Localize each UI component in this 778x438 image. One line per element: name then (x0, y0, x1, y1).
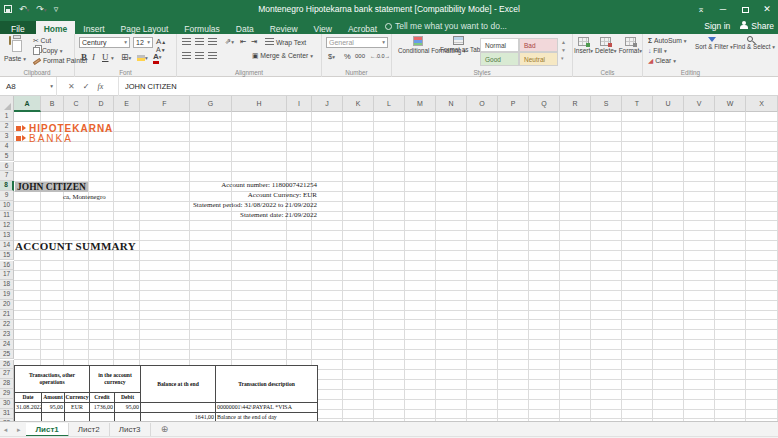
minimize-icon[interactable]: ─ (712, 0, 734, 18)
row-header-27[interactable]: 27 (0, 369, 14, 379)
ribbon-display-options-icon[interactable]: ⌅ (690, 0, 712, 18)
column-header-P[interactable]: P (498, 96, 529, 112)
sign-in-link[interactable]: Sign in (704, 21, 730, 31)
fill-color-button[interactable]: ▾ (137, 54, 148, 61)
row-header-3[interactable]: 3 (0, 132, 14, 142)
row-header-29[interactable]: 29 (0, 389, 14, 399)
style-good[interactable]: Good (480, 52, 519, 66)
borders-button[interactable]: ⊞▾ (121, 53, 131, 62)
column-header-J[interactable]: J (312, 96, 343, 112)
paste-label[interactable]: Paste ▾ (4, 55, 26, 62)
row-header-10[interactable]: 10 (0, 201, 14, 211)
align-middle-button[interactable] (195, 38, 204, 46)
find-select-button[interactable]: Find & Select ▾ (733, 36, 767, 51)
column-header-G[interactable]: G (190, 96, 232, 112)
column-header-W[interactable]: W (715, 96, 746, 112)
section-title[interactable]: ACCOUNT SUMMARY (15, 240, 136, 252)
restore-icon[interactable] (734, 0, 756, 18)
column-header-B[interactable]: B (41, 96, 64, 112)
style-neutral[interactable]: Neutral (519, 52, 558, 66)
column-header-U[interactable]: U (653, 96, 684, 112)
address-cell[interactable]: ca, Montenegro (63, 192, 106, 202)
format-as-table-button[interactable]: Format as Table ▾ (440, 36, 476, 54)
accounting-format-button[interactable]: $▾ (328, 52, 335, 61)
row-header-25[interactable]: 25 (0, 350, 14, 360)
conditional-formatting-button[interactable]: Conditional Formatting ▾ (398, 36, 438, 55)
column-header-F[interactable]: F (140, 96, 190, 112)
close-icon[interactable]: ✕ (756, 0, 778, 18)
next-sheet-icon[interactable]: ▸ (13, 423, 24, 437)
row-header-26[interactable]: 26 (0, 360, 14, 370)
row-header-2[interactable]: 2 (0, 122, 14, 132)
style-bad[interactable]: Bad (519, 38, 558, 52)
row-header-17[interactable]: 17 (0, 270, 14, 280)
column-header-L[interactable]: L (374, 96, 405, 112)
row-header-5[interactable]: 5 (0, 152, 14, 162)
grow-font-button[interactable]: A▲ (156, 37, 166, 46)
enter-checkmark-icon[interactable]: ✓ (83, 82, 90, 91)
row-header-12[interactable]: 12 (0, 221, 14, 231)
row-header-14[interactable]: 14 (0, 241, 14, 251)
column-header-R[interactable]: R (560, 96, 591, 112)
row-header-8[interactable]: 8 (0, 181, 14, 191)
column-header-V[interactable]: V (684, 96, 715, 112)
row-header-24[interactable]: 24 (0, 340, 14, 350)
cut-button[interactable]: ✂ Cut (33, 37, 51, 45)
row-header-15[interactable]: 15 (0, 251, 14, 261)
column-header-E[interactable]: E (114, 96, 140, 112)
row-header-22[interactable]: 22 (0, 320, 14, 330)
paste-button[interactable] (9, 37, 11, 44)
decrease-decimal-button[interactable]: .0→ (380, 53, 390, 59)
sheet-tab-Лист3[interactable]: Лист3 (110, 423, 151, 437)
column-header-O[interactable]: O (467, 96, 498, 112)
select-all-corner[interactable] (0, 96, 14, 112)
gallery-scroll[interactable]: ▲▼▾ (561, 38, 566, 62)
name-box[interactable]: A8▾ (0, 77, 57, 96)
align-right-button[interactable] (208, 52, 217, 60)
bold-button[interactable]: B (81, 52, 87, 62)
comma-style-button[interactable]: 000 (355, 53, 365, 59)
percent-style-button[interactable]: % (344, 52, 351, 61)
column-header-D[interactable]: D (89, 96, 114, 112)
column-header-C[interactable]: C (64, 96, 89, 112)
sheet-tab-Лист2[interactable]: Лист2 (69, 423, 110, 437)
style-normal[interactable]: Normal (480, 38, 519, 52)
column-header-I[interactable]: I (287, 96, 312, 112)
font-color-button[interactable]: A▾ (153, 53, 162, 61)
increase-indent-button[interactable]: ⇥ (251, 37, 257, 46)
wrap-text-button[interactable]: Wrap Text (265, 38, 306, 46)
format-cells-button[interactable]: Format▾ (619, 37, 642, 54)
font-name-combo[interactable]: Century▾ (79, 37, 130, 48)
row-header-28[interactable]: 28 (0, 379, 14, 389)
insert-cells-button[interactable]: Insert▾ (574, 37, 593, 54)
row-header-4[interactable]: 4 (0, 142, 14, 152)
clear-button[interactable]: ◢ Clear ▾ (648, 57, 676, 65)
align-top-button[interactable] (182, 38, 191, 46)
underline-button[interactable]: U (102, 52, 109, 62)
underline-dropdown[interactable]: ▾ (111, 54, 114, 61)
row-header-31[interactable]: 31 (0, 409, 14, 419)
align-center-button[interactable] (195, 52, 204, 60)
customer-name-cell[interactable]: JOHN CITIZEN (15, 182, 88, 192)
column-header-A[interactable]: A (14, 96, 41, 112)
row-header-18[interactable]: 18 (0, 280, 14, 290)
row-header-19[interactable]: 19 (0, 290, 14, 300)
column-header-M[interactable]: M (405, 96, 436, 112)
cancel-icon[interactable]: ✕ (68, 82, 75, 91)
column-header-H[interactable]: H (232, 96, 287, 112)
column-header-N[interactable]: N (436, 96, 467, 112)
italic-button[interactable]: I (92, 52, 95, 62)
row-header-30[interactable]: 30 (0, 399, 14, 409)
prev-sheet-icon[interactable]: ◂ (0, 423, 11, 437)
sheet-tab-Лист1[interactable]: Лист1 (26, 423, 68, 437)
decrease-indent-button[interactable]: ⇤ (240, 37, 246, 46)
row-header-32[interactable]: 32 (0, 419, 14, 421)
row-header-23[interactable]: 23 (0, 330, 14, 340)
merge-center-button[interactable]: ▣ Merge & Center ▾ (252, 52, 313, 60)
fill-button[interactable]: ↓ Fill ▾ (648, 47, 667, 54)
row-header-20[interactable]: 20 (0, 300, 14, 310)
autosum-button[interactable]: Σ AutoSum ▾ (648, 37, 687, 44)
row-header-6[interactable]: 6 (0, 162, 14, 172)
align-left-button[interactable] (182, 52, 191, 60)
increase-decimal-button[interactable]: ←.0 (370, 53, 380, 59)
